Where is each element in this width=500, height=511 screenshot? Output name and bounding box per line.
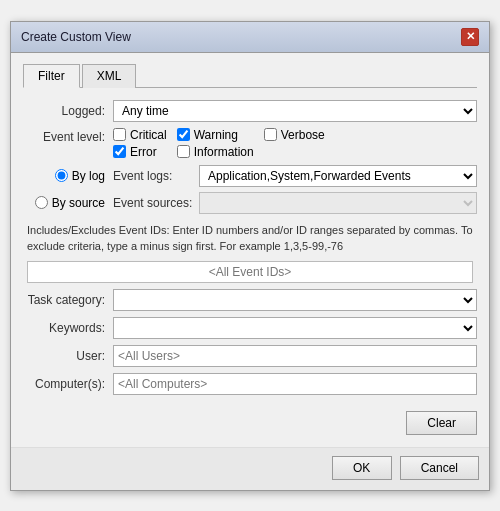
critical-checkbox[interactable] <box>113 128 126 141</box>
logged-control: Any time Last hour Last 12 hours Last 24… <box>113 100 477 122</box>
checkbox-information: Information <box>177 145 254 159</box>
radio-section: By log Event logs: Application,System,Fo… <box>23 165 477 214</box>
verbose-checkbox[interactable] <box>264 128 277 141</box>
verbose-label: Verbose <box>281 128 325 142</box>
keywords-row: Keywords: <box>23 317 477 339</box>
error-checkbox[interactable] <box>113 145 126 158</box>
event-level-checkboxes: Critical Warning Verbose Error Informati… <box>113 128 325 159</box>
event-logs-label: Event logs: <box>113 169 193 183</box>
information-label: Information <box>194 145 254 159</box>
computers-row: Computer(s): <box>23 373 477 395</box>
tab-filter[interactable]: Filter <box>23 64 80 88</box>
by-log-radio[interactable] <box>55 169 68 182</box>
warning-checkbox[interactable] <box>177 128 190 141</box>
event-sources-select[interactable] <box>199 192 477 214</box>
ok-cancel-row: OK Cancel <box>11 447 489 490</box>
by-log-radio-item: By log <box>55 169 105 183</box>
keywords-label: Keywords: <box>23 321 113 335</box>
ok-button[interactable]: OK <box>332 456 392 480</box>
dialog-title: Create Custom View <box>21 30 131 44</box>
cancel-button[interactable]: Cancel <box>400 456 479 480</box>
by-log-row: By log Event logs: Application,System,Fo… <box>23 165 477 187</box>
by-source-row: By source Event sources: <box>23 192 477 214</box>
clear-button[interactable]: Clear <box>406 411 477 435</box>
checkbox-error: Error <box>113 145 167 159</box>
by-source-radio[interactable] <box>35 196 48 209</box>
title-bar: Create Custom View ✕ <box>11 22 489 53</box>
event-sources-select-area <box>199 192 477 214</box>
by-log-radio-area: By log <box>23 169 113 183</box>
event-ids-row <box>23 261 477 283</box>
event-sources-label: Event sources: <box>113 196 193 210</box>
critical-label: Critical <box>130 128 167 142</box>
event-ids-input[interactable] <box>27 261 473 283</box>
task-category-row: Task category: <box>23 289 477 311</box>
information-checkbox[interactable] <box>177 145 190 158</box>
keywords-select[interactable] <box>113 317 477 339</box>
event-logs-select-area: Application,System,Forwarded Events <box>199 165 477 187</box>
event-logs-select[interactable]: Application,System,Forwarded Events <box>199 165 477 187</box>
dialog-body: Filter XML Logged: Any time Last hour La… <box>11 53 489 447</box>
logged-label: Logged: <box>23 104 113 118</box>
warning-label: Warning <box>194 128 238 142</box>
user-row: User: <box>23 345 477 367</box>
computers-label: Computer(s): <box>23 377 113 391</box>
event-level-label: Event level: <box>23 128 113 144</box>
logged-select[interactable]: Any time Last hour Last 12 hours Last 24… <box>113 100 477 122</box>
close-button[interactable]: ✕ <box>461 28 479 46</box>
user-label: User: <box>23 349 113 363</box>
checkbox-critical: Critical <box>113 128 167 142</box>
logged-row: Logged: Any time Last hour Last 12 hours… <box>23 100 477 122</box>
clear-button-row: Clear <box>23 405 477 435</box>
tab-xml[interactable]: XML <box>82 64 137 88</box>
checkbox-verbose: Verbose <box>264 128 325 142</box>
by-log-label: By log <box>72 169 105 183</box>
computers-input[interactable] <box>113 373 477 395</box>
by-source-radio-item: By source <box>35 196 105 210</box>
user-input[interactable] <box>113 345 477 367</box>
description-text: Includes/Excludes Event IDs: Enter ID nu… <box>23 222 477 255</box>
task-category-label: Task category: <box>23 293 113 307</box>
error-label: Error <box>130 145 157 159</box>
tab-bar: Filter XML <box>23 63 477 88</box>
event-level-row: Event level: Critical Warning Verbose Er… <box>23 128 477 159</box>
by-source-radio-area: By source <box>23 196 113 210</box>
create-custom-view-dialog: Create Custom View ✕ Filter XML Logged: … <box>10 21 490 491</box>
checkbox-warning: Warning <box>177 128 254 142</box>
by-source-label: By source <box>52 196 105 210</box>
task-category-select[interactable] <box>113 289 477 311</box>
